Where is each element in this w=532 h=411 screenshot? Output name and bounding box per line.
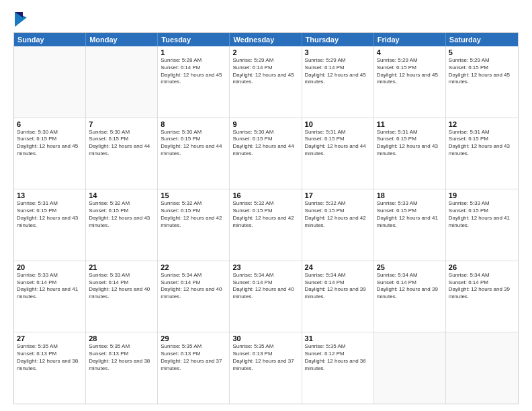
calendar-day-header: Friday (374, 33, 446, 46)
cell-info: Sunrise: 5:31 AMSunset: 6:15 PMDaylight:… (305, 129, 371, 158)
calendar-body: 1Sunrise: 5:28 AMSunset: 6:14 PMDaylight… (14, 46, 518, 404)
cell-info: Sunrise: 5:34 AMSunset: 6:14 PMDaylight:… (377, 272, 443, 301)
calendar-cell: 26Sunrise: 5:34 AMSunset: 6:14 PMDayligh… (446, 261, 518, 332)
calendar-cell: 24Sunrise: 5:34 AMSunset: 6:14 PMDayligh… (302, 261, 374, 332)
calendar-header: SundayMondayTuesdayWednesdayThursdayFrid… (14, 33, 518, 46)
cell-info: Sunrise: 5:30 AMSunset: 6:15 PMDaylight:… (232, 129, 298, 158)
day-number: 13 (17, 191, 83, 199)
calendar-cell: 31Sunrise: 5:35 AMSunset: 6:12 PMDayligh… (302, 332, 374, 404)
day-number: 30 (232, 334, 298, 342)
calendar-cell (446, 332, 518, 404)
day-number: 4 (377, 48, 443, 56)
calendar-cell: 18Sunrise: 5:33 AMSunset: 6:15 PMDayligh… (374, 189, 446, 261)
calendar-cell: 17Sunrise: 5:32 AMSunset: 6:15 PMDayligh… (302, 189, 374, 261)
logo-icon (15, 12, 27, 27)
day-number: 21 (89, 263, 154, 271)
calendar-cell (374, 332, 446, 404)
cell-info: Sunrise: 5:34 AMSunset: 6:14 PMDaylight:… (449, 272, 515, 301)
day-number: 2 (232, 48, 298, 56)
cell-info: Sunrise: 5:33 AMSunset: 6:15 PMDaylight:… (449, 200, 515, 229)
day-number: 22 (161, 263, 226, 271)
calendar-cell: 2Sunrise: 5:29 AMSunset: 6:14 PMDaylight… (230, 46, 302, 118)
day-number: 17 (305, 191, 371, 199)
cell-info: Sunrise: 5:35 AMSunset: 6:13 PMDaylight:… (89, 343, 154, 372)
calendar-cell: 20Sunrise: 5:33 AMSunset: 6:14 PMDayligh… (14, 261, 86, 332)
calendar-week-row: 1Sunrise: 5:28 AMSunset: 6:14 PMDaylight… (14, 46, 518, 118)
calendar-cell (86, 46, 158, 118)
page: SundayMondayTuesdayWednesdayThursdayFrid… (0, 0, 532, 411)
day-number: 15 (161, 191, 226, 199)
day-number: 25 (377, 263, 443, 271)
day-number: 3 (305, 48, 371, 56)
day-number: 7 (89, 120, 154, 128)
cell-info: Sunrise: 5:33 AMSunset: 6:14 PMDaylight:… (89, 272, 154, 301)
cell-info: Sunrise: 5:33 AMSunset: 6:15 PMDaylight:… (377, 200, 443, 229)
calendar-week-row: 20Sunrise: 5:33 AMSunset: 6:14 PMDayligh… (14, 261, 518, 333)
cell-info: Sunrise: 5:33 AMSunset: 6:14 PMDaylight:… (17, 272, 83, 301)
calendar-cell: 4Sunrise: 5:29 AMSunset: 6:15 PMDaylight… (374, 46, 446, 118)
day-number: 6 (17, 120, 83, 128)
calendar-day-header: Sunday (14, 33, 86, 46)
day-number: 27 (17, 334, 83, 342)
day-number: 1 (161, 48, 226, 56)
calendar-day-header: Wednesday (230, 33, 302, 46)
calendar-cell: 9Sunrise: 5:30 AMSunset: 6:15 PMDaylight… (230, 118, 302, 189)
day-number: 12 (449, 120, 515, 128)
cell-info: Sunrise: 5:29 AMSunset: 6:14 PMDaylight:… (232, 57, 298, 86)
calendar-cell: 11Sunrise: 5:31 AMSunset: 6:15 PMDayligh… (374, 118, 446, 189)
calendar-cell: 29Sunrise: 5:35 AMSunset: 6:13 PMDayligh… (158, 332, 230, 404)
cell-info: Sunrise: 5:31 AMSunset: 6:15 PMDaylight:… (449, 129, 515, 158)
calendar-cell: 7Sunrise: 5:30 AMSunset: 6:15 PMDaylight… (86, 118, 158, 189)
calendar-cell: 23Sunrise: 5:34 AMSunset: 6:14 PMDayligh… (230, 261, 302, 332)
day-number: 29 (161, 334, 226, 342)
day-number: 5 (449, 48, 515, 56)
cell-info: Sunrise: 5:29 AMSunset: 6:14 PMDaylight:… (305, 57, 371, 86)
calendar-cell: 10Sunrise: 5:31 AMSunset: 6:15 PMDayligh… (302, 118, 374, 189)
calendar-cell: 5Sunrise: 5:29 AMSunset: 6:15 PMDaylight… (446, 46, 518, 118)
cell-info: Sunrise: 5:31 AMSunset: 6:15 PMDaylight:… (17, 200, 83, 229)
cell-info: Sunrise: 5:35 AMSunset: 6:12 PMDaylight:… (305, 343, 371, 372)
calendar-cell: 27Sunrise: 5:35 AMSunset: 6:13 PMDayligh… (14, 332, 86, 404)
day-number: 11 (377, 120, 443, 128)
cell-info: Sunrise: 5:30 AMSunset: 6:15 PMDaylight:… (161, 129, 226, 158)
cell-info: Sunrise: 5:32 AMSunset: 6:15 PMDaylight:… (232, 200, 298, 229)
calendar-cell: 14Sunrise: 5:32 AMSunset: 6:15 PMDayligh… (86, 189, 158, 261)
calendar-day-header: Monday (86, 33, 158, 46)
cell-info: Sunrise: 5:35 AMSunset: 6:13 PMDaylight:… (232, 343, 298, 372)
calendar-cell: 13Sunrise: 5:31 AMSunset: 6:15 PMDayligh… (14, 189, 86, 261)
calendar-cell: 15Sunrise: 5:32 AMSunset: 6:15 PMDayligh… (158, 189, 230, 261)
cell-info: Sunrise: 5:34 AMSunset: 6:14 PMDaylight:… (232, 272, 298, 301)
calendar-cell: 16Sunrise: 5:32 AMSunset: 6:15 PMDayligh… (230, 189, 302, 261)
cell-info: Sunrise: 5:31 AMSunset: 6:15 PMDaylight:… (377, 129, 443, 158)
cell-info: Sunrise: 5:35 AMSunset: 6:13 PMDaylight:… (161, 343, 226, 372)
calendar-cell: 28Sunrise: 5:35 AMSunset: 6:13 PMDayligh… (86, 332, 158, 404)
day-number: 8 (161, 120, 226, 128)
calendar-cell: 1Sunrise: 5:28 AMSunset: 6:14 PMDaylight… (158, 46, 230, 118)
calendar-cell: 8Sunrise: 5:30 AMSunset: 6:15 PMDaylight… (158, 118, 230, 189)
cell-info: Sunrise: 5:32 AMSunset: 6:15 PMDaylight:… (305, 200, 371, 229)
day-number: 26 (449, 263, 515, 271)
calendar: SundayMondayTuesdayWednesdayThursdayFrid… (13, 32, 519, 404)
cell-info: Sunrise: 5:28 AMSunset: 6:14 PMDaylight:… (161, 57, 226, 86)
calendar-cell: 6Sunrise: 5:30 AMSunset: 6:15 PMDaylight… (14, 118, 86, 189)
cell-info: Sunrise: 5:34 AMSunset: 6:14 PMDaylight:… (161, 272, 226, 301)
cell-info: Sunrise: 5:29 AMSunset: 6:15 PMDaylight:… (449, 57, 515, 86)
calendar-cell: 19Sunrise: 5:33 AMSunset: 6:15 PMDayligh… (446, 189, 518, 261)
day-number: 18 (377, 191, 443, 199)
day-number: 24 (305, 263, 371, 271)
calendar-cell: 3Sunrise: 5:29 AMSunset: 6:14 PMDaylight… (302, 46, 374, 118)
cell-info: Sunrise: 5:34 AMSunset: 6:14 PMDaylight:… (305, 272, 371, 301)
day-number: 31 (305, 334, 371, 342)
calendar-cell: 21Sunrise: 5:33 AMSunset: 6:14 PMDayligh… (86, 261, 158, 332)
calendar-week-row: 13Sunrise: 5:31 AMSunset: 6:15 PMDayligh… (14, 189, 518, 261)
day-number: 23 (232, 263, 298, 271)
calendar-week-row: 27Sunrise: 5:35 AMSunset: 6:13 PMDayligh… (14, 332, 518, 404)
day-number: 19 (449, 191, 515, 199)
cell-info: Sunrise: 5:35 AMSunset: 6:13 PMDaylight:… (17, 343, 83, 372)
cell-info: Sunrise: 5:29 AMSunset: 6:15 PMDaylight:… (377, 57, 443, 86)
logo (13, 12, 30, 27)
day-number: 14 (89, 191, 154, 199)
day-number: 28 (89, 334, 154, 342)
cell-info: Sunrise: 5:32 AMSunset: 6:15 PMDaylight:… (161, 200, 226, 229)
calendar-cell (14, 46, 86, 118)
